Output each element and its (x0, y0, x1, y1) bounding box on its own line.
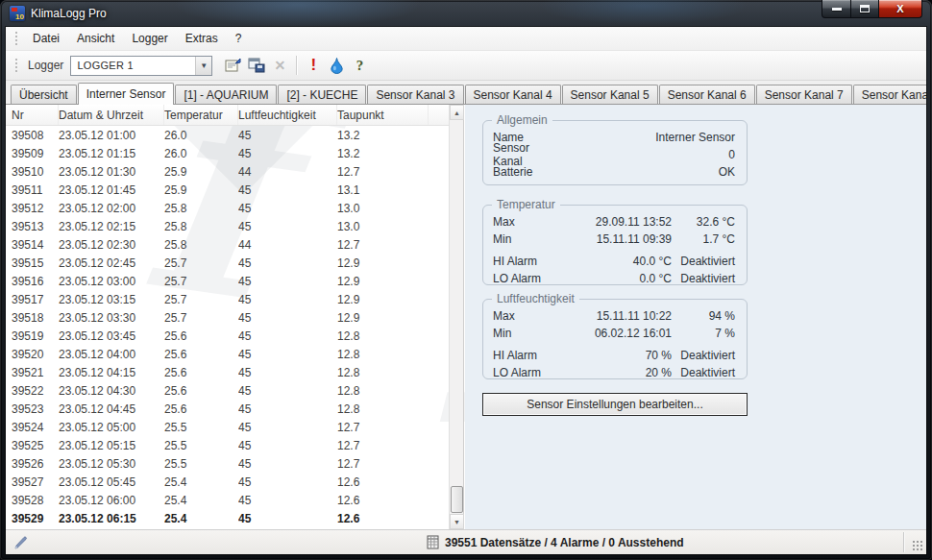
table-cell: 23.05.12 03:15 (59, 293, 164, 306)
help-button[interactable]: ? (348, 54, 371, 77)
table-cell: 39510 (6, 165, 59, 179)
field-value: Deaktiviert (672, 255, 735, 268)
tab-interner-sensor[interactable]: Interner Sensor (78, 83, 175, 105)
close-button[interactable]: X (879, 0, 922, 18)
menu-item-extras[interactable]: Extras (177, 29, 227, 48)
tab--bersicht[interactable]: Übersicht (11, 85, 77, 104)
table-cell: 44 (238, 165, 337, 179)
table-row[interactable]: 3952623.05.12 05:3025.54512.7 (6, 454, 449, 473)
table-cell: 26.0 (164, 147, 238, 160)
table-row[interactable]: 3951323.05.12 02:1525.84513.0 (6, 217, 449, 235)
table-cell: 39516 (6, 275, 59, 288)
maximize-icon (860, 5, 870, 12)
scrollbar-thumb[interactable] (451, 486, 463, 513)
tab-sensor-kanal-8[interactable]: Sensor Kanal 8 (853, 85, 926, 104)
table-row[interactable]: 3952323.05.12 04:4525.64512.8 (6, 400, 449, 418)
table-cell: 12.7 (337, 421, 429, 434)
table-row[interactable]: 3951923.05.12 03:4525.64512.8 (6, 327, 449, 345)
table-cell: 45 (238, 275, 337, 288)
field-value: Deaktiviert (672, 366, 735, 379)
toolbar-separator (296, 56, 297, 75)
help-icon: ? (356, 58, 364, 74)
table-cell: 45 (238, 475, 337, 489)
humidity-button[interactable] (325, 54, 348, 77)
tab-sensor-kanal-4[interactable]: Sensor Kanal 4 (465, 85, 561, 104)
table-row[interactable]: 3952923.05.12 06:1525.44512.6 (6, 509, 449, 527)
table-cell: 39521 (6, 366, 59, 379)
table-row[interactable]: 3951723.05.12 03:1525.74512.9 (6, 290, 449, 308)
table-cell: 44 (238, 238, 337, 252)
scroll-up-button[interactable]: ▲ (450, 105, 464, 120)
field-mid-value: 20 % (560, 366, 672, 379)
alarm-button[interactable]: ! (302, 54, 325, 77)
table-row[interactable]: 3952723.05.12 05:4525.44512.6 (6, 473, 449, 491)
table-cell: 45 (238, 147, 337, 160)
table-row[interactable]: 3950923.05.12 01:1526.04513.2 (6, 144, 449, 162)
field-mid-value: 15.11.11 09:39 (560, 232, 672, 246)
app-icon: 10 (10, 6, 25, 21)
column-header-1[interactable]: Nr (6, 105, 59, 125)
table-row[interactable]: 3951023.05.12 01:3025.94412.7 (6, 162, 449, 181)
properties-button[interactable] (222, 54, 245, 77)
table-cell: 23.05.12 05:00 (59, 421, 164, 434)
table-cell: 25.9 (164, 165, 238, 179)
table-row[interactable]: 3951223.05.12 02:0025.84513.0 (6, 199, 449, 217)
minimize-button[interactable] (822, 0, 851, 18)
arrow-up-icon: ▲ (454, 110, 460, 116)
table-cell: 39525 (6, 439, 59, 452)
table-row[interactable]: 3952423.05.12 05:0025.54512.7 (6, 418, 449, 436)
tab-sensor-kanal-6[interactable]: Sensor Kanal 6 (659, 85, 755, 104)
tab-sensor-kanal-7[interactable]: Sensor Kanal 7 (756, 85, 852, 104)
table-row[interactable]: 3951123.05.12 01:4525.94513.1 (6, 181, 449, 199)
field-mid-value: 40.0 °C (560, 255, 672, 268)
tab-sensor-kanal-5[interactable]: Sensor Kanal 5 (562, 85, 658, 104)
table-row[interactable]: 3951823.05.12 03:3025.74512.9 (6, 308, 449, 327)
tab--1-aquarium[interactable]: [1] - AQUARIUM (175, 85, 277, 104)
table-row[interactable]: 3952123.05.12 04:1525.64512.8 (6, 363, 449, 381)
field-label: Min (493, 232, 560, 246)
column-header-2[interactable]: Datum & Uhrzeit (59, 105, 164, 125)
table-cell: 23.05.12 01:15 (59, 147, 164, 160)
scroll-down-button[interactable]: ▼ (450, 514, 464, 529)
table-row[interactable]: 3952823.05.12 06:0025.44512.6 (6, 491, 449, 509)
menu-item-datei[interactable]: Datei (24, 29, 68, 48)
edit-sensor-settings-button[interactable]: Sensor Einstellungen bearbeiten... (482, 393, 748, 416)
table-cell: 23.05.12 03:30 (59, 311, 164, 325)
table-scrollbar[interactable]: ▲ ▼ (449, 105, 463, 529)
table-row[interactable]: 3952223.05.12 04:3025.64512.8 (6, 381, 449, 400)
menu-item-ansicht[interactable]: Ansicht (68, 29, 123, 48)
table-cell: 25.6 (164, 384, 238, 398)
tab--2-kueche[interactable]: [2] - KUECHE (278, 85, 366, 104)
table-cell: 45 (238, 329, 337, 343)
table-cell: 45 (238, 293, 337, 306)
resize-grip[interactable] (912, 540, 923, 551)
table-row[interactable]: 3952523.05.12 05:1525.54512.7 (6, 436, 449, 454)
menu-item-[interactable]: ? (227, 29, 251, 48)
export-save-button[interactable] (245, 54, 268, 77)
maximize-button[interactable] (851, 0, 879, 18)
logger-label: Logger (28, 59, 63, 72)
field-value: Deaktiviert (672, 272, 735, 285)
table-row[interactable]: 3950823.05.12 01:0026.04513.2 (6, 126, 449, 144)
panel-row: LO Alarm20 %Deaktiviert (483, 364, 747, 381)
table-cell: 12.8 (337, 348, 429, 361)
table-row[interactable]: 3952023.05.12 04:0025.64512.8 (6, 345, 449, 363)
table-cell: 45 (238, 311, 337, 325)
column-header-3[interactable]: Temperatur (164, 105, 238, 125)
table-cell: 39517 (6, 293, 59, 306)
table-row[interactable]: 3951623.05.12 03:0025.74512.9 (6, 272, 449, 290)
tab-sensor-kanal-3[interactable]: Sensor Kanal 3 (367, 85, 463, 104)
table-cell: 13.0 (337, 202, 429, 215)
column-header-4[interactable]: Luftfeuchtigkeit (238, 105, 337, 125)
column-header-5[interactable]: Taupunkt (337, 105, 429, 125)
table-cell: 12.8 (337, 366, 429, 379)
table-row[interactable]: 3951423.05.12 02:3025.84412.7 (6, 235, 449, 254)
table-cell: 45 (238, 183, 337, 197)
menu-item-logger[interactable]: Logger (123, 29, 176, 48)
table-cell: 12.6 (337, 475, 429, 489)
title-bar[interactable]: 10 KlimaLogg Pro X (0, 0, 932, 27)
logger-select[interactable]: LOGGER 1 ▼ (70, 56, 212, 76)
table-row[interactable]: 3951523.05.12 02:4525.74512.9 (6, 254, 449, 272)
panel-row: HI Alarm40.0 °CDeaktiviert (483, 253, 747, 270)
table-cell: 39513 (6, 220, 59, 233)
